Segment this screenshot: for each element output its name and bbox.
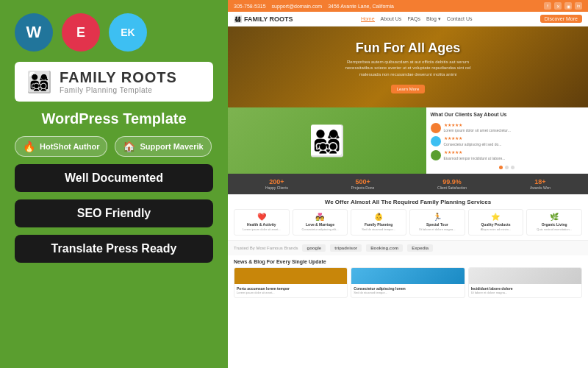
blog-section: News & Blog For Every Single Update Port… bbox=[228, 255, 588, 302]
service-4-icon: 🏃 bbox=[413, 213, 462, 221]
stat-3-number: 99.9% bbox=[437, 178, 467, 185]
service-card-1: ❤️ Health & Activity Lorem ipsum dolor s… bbox=[234, 209, 290, 236]
translate-press-button[interactable]: Translate Press Ready bbox=[15, 235, 213, 263]
logo-text: FAMILY ROOTS Family Planning Template bbox=[60, 69, 177, 94]
blog-card-1[interactable]: Porta accumsan lorem tempor Lorem ipsum … bbox=[234, 267, 348, 298]
hero-title: Fun For All Ages bbox=[334, 40, 481, 56]
testimonial-1-text: Lorem ipsum dolor sit amet consectetur..… bbox=[444, 128, 511, 133]
service-3-desc: Sed do eiusmod tempor... bbox=[354, 228, 403, 232]
support-maverik-badge: 🏠 Support Maverik bbox=[115, 136, 211, 157]
family-photo: 👨‍👩‍👧‍👦 bbox=[228, 107, 426, 174]
linkedin-icon[interactable]: in bbox=[575, 2, 582, 10]
blog-section-title: News & Blog For Every Single Update bbox=[234, 259, 582, 264]
stat-2-number: 500+ bbox=[351, 178, 374, 185]
stats-bar: 200+ Happy Clients 500+ Projects Done 99… bbox=[228, 174, 588, 194]
service-5-icon: ⭐ bbox=[472, 213, 520, 221]
plugin-icons-row: W E EK bbox=[15, 13, 213, 52]
service-2-icon: 💑 bbox=[296, 213, 345, 221]
blog-card-1-desc: Lorem ipsum dolor sit amet... bbox=[237, 291, 345, 295]
nav-logo-text: FAMILY ROOTS bbox=[244, 15, 293, 23]
topbar-phone: 305-758-5315 bbox=[234, 4, 266, 9]
blog-card-3-desc: Ut labore et dolore magna... bbox=[471, 291, 579, 295]
nav-faqs[interactable]: FAQs bbox=[407, 16, 420, 22]
service-card-2: 💑 Love & Marriage Consectetur adipiscing… bbox=[293, 209, 348, 236]
stat-3: 99.9% Client Satisfaction bbox=[437, 178, 467, 190]
service-4-desc: Ut labore et dolore magna... bbox=[413, 228, 462, 232]
blog-card-2-title: Consectetur adipiscing lorem bbox=[354, 286, 462, 291]
service-card-3: 👶 Family Planning Sed do eiusmod tempor.… bbox=[351, 209, 406, 236]
testimonial-3-avatar bbox=[431, 150, 441, 160]
website-mockup: 305-758-5315 support@domain.com 3456 Ava… bbox=[228, 0, 588, 368]
nav-contact[interactable]: Contact Us bbox=[447, 16, 473, 22]
stat-1-number: 200+ bbox=[265, 178, 288, 185]
stat-4-label: Awards Won bbox=[530, 185, 551, 190]
service-2-name: Love & Marriage bbox=[296, 222, 345, 227]
blog-card-2-desc: Sed do eiusmod tempor... bbox=[354, 291, 462, 295]
testimonials-title: What Our Clients Say About Us bbox=[431, 112, 584, 117]
service-1-name: Health & Activity bbox=[237, 222, 286, 227]
blog-card-3-title: Incididunt labore dolore bbox=[471, 286, 579, 291]
stat-2-label: Projects Done bbox=[351, 185, 374, 190]
elementkit-icon: EK bbox=[109, 13, 147, 52]
blog-grid: Porta accumsan lorem tempor Lorem ipsum … bbox=[234, 267, 582, 298]
hero-content: Fun For All Ages Remporbea autem quibusc… bbox=[334, 40, 481, 93]
stat-3-label: Client Satisfaction bbox=[437, 185, 467, 190]
service-4-name: Special Tour bbox=[413, 222, 462, 227]
services-section: We Offer Almost All The Required Family … bbox=[228, 194, 588, 240]
hero-cta-button[interactable]: Learn More bbox=[391, 85, 426, 93]
services-grid: ❤️ Health & Activity Lorem ipsum dolor s… bbox=[234, 209, 582, 236]
brand-logo-2: tripadvisor bbox=[330, 244, 362, 252]
stat-4-number: 18+ bbox=[530, 178, 551, 185]
instagram-icon[interactable]: ◉ bbox=[564, 2, 572, 10]
service-card-6: 🌿 Organic Living Quis nostrud exercitati… bbox=[526, 209, 582, 236]
blog-card-3[interactable]: Incididunt labore dolore Ut labore et do… bbox=[468, 267, 582, 298]
testimonials-column: What Our Clients Say About Us ★★★★★ Lore… bbox=[426, 107, 589, 174]
hotshot-author-badge: 🔥 HotShot Author bbox=[15, 136, 107, 157]
well-documented-button[interactable]: Well Documented bbox=[15, 164, 213, 192]
blog-card-2[interactable]: Consectetur adipiscing lorem Sed do eius… bbox=[351, 267, 465, 298]
service-1-icon: ❤️ bbox=[237, 213, 286, 221]
service-6-name: Organic Living bbox=[530, 222, 578, 227]
testimonial-2: ★★★★★ Consectetur adipiscing elit sed do… bbox=[431, 136, 584, 146]
nav-home[interactable]: Home bbox=[361, 16, 375, 22]
service-5-desc: Aliqua enim ad minim... bbox=[472, 228, 520, 232]
topbar-address: 3456 Avante Lane, California bbox=[328, 4, 394, 9]
stat-4: 18+ Awards Won bbox=[530, 178, 551, 190]
logo-family-icon: 👨‍👩‍👧‍👦 bbox=[26, 70, 52, 94]
testimonial-1-stars: ★★★★★ bbox=[444, 123, 511, 129]
service-3-icon: 👶 bbox=[354, 213, 403, 221]
twitter-icon[interactable]: ✕ bbox=[554, 2, 562, 10]
nav-links: Home About Us FAQs Blog ▾ Contact Us bbox=[361, 16, 473, 22]
hotshot-label: HotShot Author bbox=[40, 142, 99, 151]
site-topbar: 305-758-5315 support@domain.com 3456 Ava… bbox=[228, 0, 588, 12]
service-6-icon: 🌿 bbox=[530, 213, 578, 221]
logo-title: FAMILY ROOTS bbox=[60, 69, 177, 86]
dot-2[interactable] bbox=[505, 166, 509, 169]
service-1-desc: Lorem ipsum dolor sit amet... bbox=[237, 228, 286, 232]
nav-blog[interactable]: Blog ▾ bbox=[426, 16, 441, 22]
service-card-5: ⭐ Quality Products Aliqua enim ad minim.… bbox=[468, 209, 524, 236]
dot-1[interactable] bbox=[499, 166, 503, 169]
nav-cta-button[interactable]: Discover More bbox=[540, 15, 582, 23]
brands-bar: Trusted By Most Famous Brands google tri… bbox=[228, 240, 588, 255]
seo-friendly-button[interactable]: SEO Friendly bbox=[15, 199, 213, 227]
nav-logo-icon: 👨‍👩‍👧‍👦 bbox=[234, 15, 242, 23]
stat-1-label: Happy Clients bbox=[265, 185, 288, 190]
family-silhouette-icon: 👨‍👩‍👧‍👦 bbox=[309, 124, 345, 158]
facebook-icon[interactable]: f bbox=[544, 2, 551, 10]
testimonial-3-text: Eiusmod tempor incididunt ut labore... bbox=[444, 156, 506, 161]
logo-subtitle: Family Planning Template bbox=[60, 86, 177, 94]
site-navbar: 👨‍👩‍👧‍👦 FAMILY ROOTS Home About Us FAQs … bbox=[228, 12, 588, 26]
brands-label: Trusted By Most Famous Brands bbox=[234, 246, 298, 250]
service-card-4: 🏃 Special Tour Ut labore et dolore magna… bbox=[409, 209, 465, 236]
template-type-label: WordPress Template bbox=[15, 110, 213, 127]
nav-logo: 👨‍👩‍👧‍👦 FAMILY ROOTS bbox=[234, 15, 293, 23]
testimonial-2-stars: ★★★★★ bbox=[444, 136, 502, 142]
dot-3[interactable] bbox=[511, 166, 514, 169]
stat-1: 200+ Happy Clients bbox=[265, 178, 288, 190]
nav-about[interactable]: About Us bbox=[381, 16, 402, 22]
brand-logo-4: Expedia bbox=[407, 244, 433, 252]
stat-2: 500+ Projects Done bbox=[351, 178, 374, 190]
left-panel: W E EK 👨‍👩‍👧‍👦 FAMILY ROOTS Family Plann… bbox=[0, 0, 228, 368]
service-2-desc: Consectetur adipiscing elit... bbox=[296, 228, 345, 232]
